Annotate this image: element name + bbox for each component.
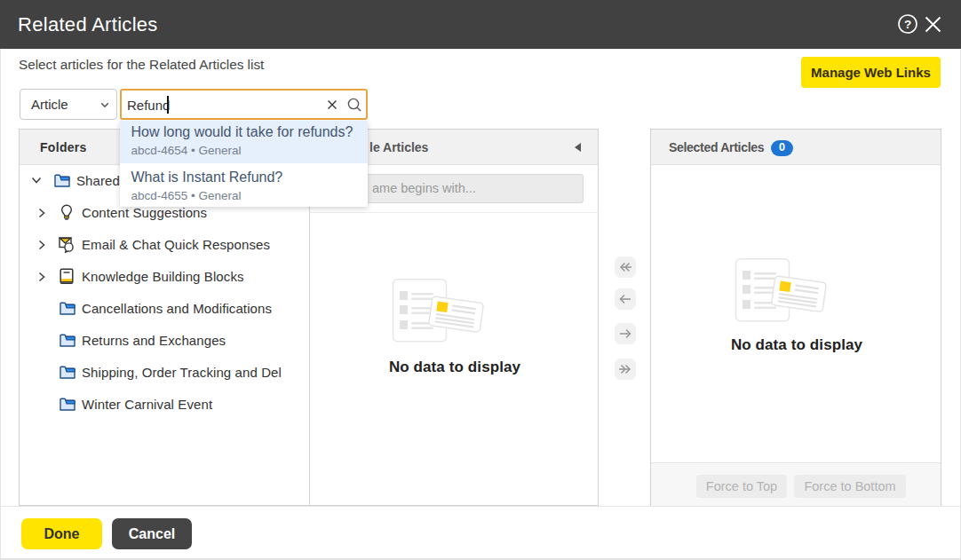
svg-text:?: ? — [904, 18, 911, 31]
